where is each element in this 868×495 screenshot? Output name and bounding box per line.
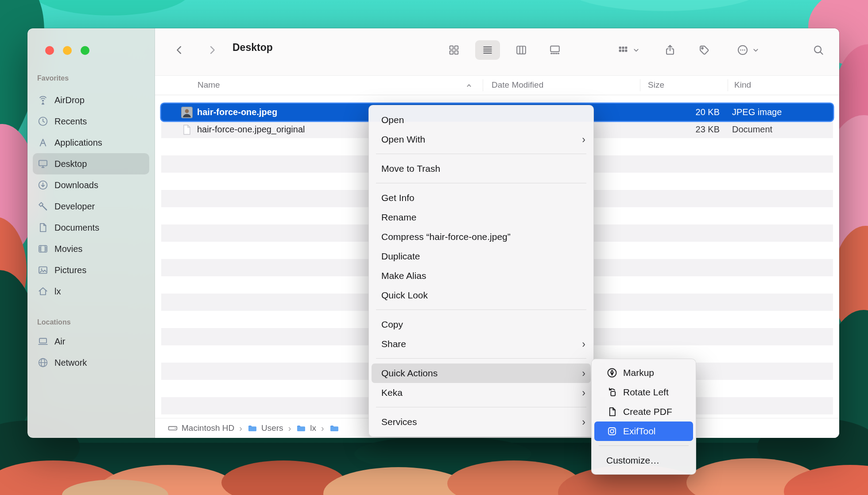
path-item-label: Users [261, 423, 283, 433]
sort-ascending-icon [465, 81, 473, 92]
sidebar: Favorites AirDrop Recents [27, 28, 155, 438]
zoom-button[interactable] [81, 46, 89, 55]
menu-item-open[interactable]: Open [372, 110, 591, 130]
submenu-item-markup[interactable]: Markup [594, 363, 693, 383]
path-item-users[interactable]: Users [247, 423, 283, 433]
sidebar-item-recents[interactable]: Recents [33, 111, 149, 132]
chevron-right-icon: › [582, 417, 585, 427]
chevron-right-icon: › [239, 423, 242, 433]
menu-item-share[interactable]: Share› [372, 334, 591, 354]
column-header-name[interactable]: Name [198, 80, 220, 90]
menu-item-open-with[interactable]: Open With› [372, 130, 591, 149]
toolbar: Desktop [155, 28, 839, 75]
tags-button[interactable] [694, 40, 714, 60]
close-button[interactable] [45, 46, 54, 55]
sidebar-item-documents[interactable]: Documents [33, 217, 149, 238]
column-header-date-modified[interactable]: Date Modified [492, 80, 543, 90]
file-size: 23 KB [696, 124, 720, 135]
sidebar-item-label: AirDrop [54, 95, 85, 105]
gallery-view-icon [549, 44, 561, 56]
sidebar-item-pictures[interactable]: Pictures [33, 259, 149, 281]
photo-icon [37, 264, 49, 276]
hard-drive-icon [167, 423, 178, 433]
menu-separator [599, 445, 689, 446]
sidebar-item-applications[interactable]: Applications [33, 132, 149, 153]
path-item-lx[interactable]: lx [296, 423, 316, 433]
clock-icon [37, 116, 49, 127]
share-button[interactable] [660, 40, 680, 60]
menu-item-quick-look[interactable]: Quick Look [372, 286, 591, 305]
menu-separator [376, 309, 586, 310]
more-actions-button[interactable] [731, 40, 765, 60]
menu-item-services[interactable]: Services› [372, 412, 591, 432]
sidebar-item-lx-home[interactable]: lx [33, 281, 149, 302]
group-button[interactable] [611, 40, 646, 60]
chevron-down-icon [752, 46, 760, 54]
desktop-icon [37, 158, 49, 170]
column-header-kind[interactable]: Kind [734, 80, 751, 90]
forward-button[interactable] [202, 40, 222, 60]
hammer-icon [37, 201, 49, 212]
chevron-down-icon [632, 46, 640, 54]
folder-icon [247, 423, 258, 433]
menu-item-copy[interactable]: Copy [372, 315, 591, 334]
ellipsis-circle-icon [736, 44, 749, 56]
sidebar-item-air[interactable]: Air [33, 331, 149, 352]
screen: Favorites AirDrop Recents [0, 0, 868, 495]
sidebar-item-downloads[interactable]: Downloads [33, 174, 149, 196]
sidebar-item-movies[interactable]: Movies [33, 238, 149, 259]
menu-item-duplicate[interactable]: Duplicate [372, 247, 591, 266]
sidebar-item-label: Movies [54, 244, 82, 254]
menu-item-make-alias[interactable]: Make Alias [372, 266, 591, 286]
column-divider [728, 79, 728, 91]
search-button[interactable] [809, 40, 828, 60]
submenu-item-rotate-left[interactable]: Rotate Left [594, 383, 693, 402]
path-item-desktop[interactable] [329, 423, 340, 433]
menu-item-keka[interactable]: Keka› [372, 383, 591, 402]
folder-icon [329, 423, 340, 433]
sidebar-item-desktop[interactable]: Desktop [33, 153, 149, 174]
menu-separator [376, 154, 586, 154]
gallery-view-button[interactable] [542, 40, 567, 60]
submenu-item-customize[interactable]: Customize… [594, 451, 693, 470]
column-header-size[interactable]: Size [648, 80, 664, 90]
sidebar-section-favorites: Favorites [37, 74, 145, 83]
sidebar-item-label: Recents [54, 116, 87, 127]
menu-item-compress[interactable]: Compress “hair-force-one.jpeg” [372, 227, 591, 247]
menu-separator [376, 358, 586, 359]
chevron-right-icon: › [288, 423, 291, 433]
minimize-button[interactable] [63, 46, 72, 55]
film-icon [37, 243, 49, 255]
context-menu: Open Open With› Move to Trash Get Info R… [368, 105, 594, 437]
menu-separator [376, 407, 586, 407]
submenu-item-exiftool[interactable]: ExifTool [594, 422, 693, 441]
chevron-right-icon: › [582, 388, 585, 398]
menu-item-quick-actions[interactable]: Quick Actions› [372, 364, 591, 383]
column-view-button[interactable] [509, 40, 534, 60]
menu-item-move-to-trash[interactable]: Move to Trash [372, 159, 591, 178]
sidebar-item-airdrop[interactable]: AirDrop [33, 89, 149, 111]
sidebar-section-locations: Locations [37, 318, 145, 327]
sidebar-item-label: Air [54, 336, 65, 347]
list-view-button[interactable] [475, 40, 500, 60]
submenu-item-create-pdf[interactable]: Create PDF [594, 402, 693, 422]
folder-icon [296, 423, 306, 433]
window-controls [45, 46, 89, 55]
group-grid-icon [617, 44, 629, 56]
file-kind: Document [732, 124, 772, 135]
icon-view-button[interactable] [442, 40, 466, 60]
sidebar-item-network[interactable]: Network [33, 352, 149, 373]
search-icon [812, 44, 825, 56]
jpeg-thumbnail-icon [181, 107, 193, 118]
column-divider [640, 79, 640, 91]
path-item-macintosh-hd[interactable]: Macintosh HD [167, 423, 234, 433]
column-view-icon [515, 44, 527, 56]
sidebar-item-developer[interactable]: Developer [33, 196, 149, 217]
markup-icon [606, 367, 618, 379]
menu-item-rename[interactable]: Rename [372, 208, 591, 227]
sidebar-item-label: Pictures [54, 265, 86, 275]
document-icon [37, 222, 49, 233]
menu-item-get-info[interactable]: Get Info [372, 188, 591, 208]
rotate-left-icon [606, 387, 618, 398]
back-button[interactable] [170, 40, 189, 60]
